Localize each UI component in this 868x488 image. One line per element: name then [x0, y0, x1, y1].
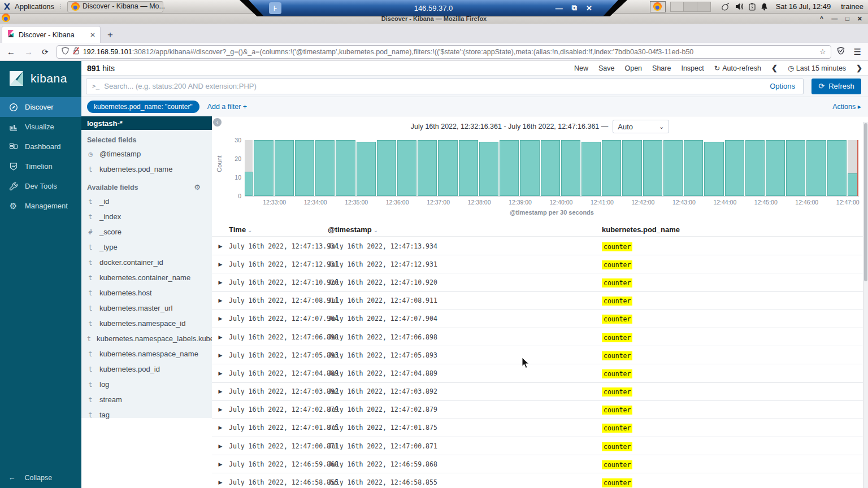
battery-icon[interactable]: [749, 3, 756, 11]
expand-row-icon[interactable]: ▶: [212, 425, 229, 430]
notification-bell-icon[interactable]: [761, 3, 768, 11]
field-item-kubernetes.host[interactable]: tkubernetes.host: [81, 285, 212, 300]
expand-row-icon[interactable]: ▶: [212, 334, 229, 340]
filter-pill[interactable]: kubernetes.pod_name: "counter": [87, 101, 199, 113]
field-item-stream[interactable]: tstream: [81, 392, 212, 407]
histogram-bar[interactable]: [684, 140, 704, 196]
histogram-bar[interactable]: [275, 140, 295, 196]
filter-actions-link[interactable]: Actions ▸: [832, 102, 861, 111]
time-range-picker[interactable]: ◷Last 15 minutes: [788, 64, 846, 72]
menu-inspect-button[interactable]: Inspect: [681, 64, 704, 72]
field-item-kubernetes.namespace_labels.kuber...[interactable]: tkubernetes.namespace_labels.kuber...: [81, 331, 212, 346]
sidebar-item-dev-tools[interactable]: Dev Tools: [0, 176, 81, 196]
insecure-lock-icon[interactable]: [72, 47, 80, 57]
workspace-switcher[interactable]: [670, 2, 711, 12]
expand-row-icon[interactable]: ▶: [212, 352, 229, 358]
kibana-logo[interactable]: kibana: [0, 61, 81, 97]
field-item-_id[interactable]: t_id: [81, 194, 212, 209]
field-item-_index[interactable]: t_index: [81, 209, 212, 224]
histogram-bar[interactable]: [725, 140, 745, 196]
applications-menu[interactable]: Applications: [15, 2, 54, 11]
histogram-bar[interactable]: [643, 140, 663, 196]
time-back-chevron[interactable]: ❮: [771, 64, 778, 72]
browser-tab[interactable]: Discover - Kibana ✕: [2, 26, 101, 43]
histogram-bar[interactable]: [479, 140, 500, 196]
volume-icon[interactable]: [735, 3, 744, 10]
histogram-bar[interactable]: [315, 140, 336, 196]
interval-select[interactable]: Auto ⌄: [613, 120, 669, 133]
window-close-button[interactable]: ✕: [857, 15, 862, 23]
forward-button[interactable]: →: [24, 47, 33, 56]
field-item-_type[interactable]: t_type: [81, 239, 212, 255]
histogram-bar[interactable]: [848, 140, 859, 196]
histogram-bar[interactable]: [295, 140, 315, 196]
vnc-close-button[interactable]: ✕: [586, 4, 592, 12]
shield-icon[interactable]: [62, 47, 69, 57]
histogram-bar[interactable]: [520, 140, 540, 196]
histogram-bar[interactable]: [827, 140, 848, 196]
expand-row-icon[interactable]: ▶: [212, 443, 229, 449]
histogram-bar[interactable]: [704, 140, 724, 196]
field-item-kubernetes.master_url[interactable]: tkubernetes.master_url: [81, 300, 212, 316]
taskbar-window-button[interactable]: Discover - Kibana — Mo...: [67, 1, 163, 12]
expand-row-icon[interactable]: ▶: [212, 389, 229, 394]
histogram-bar[interactable]: [438, 140, 458, 196]
menu-save-button[interactable]: Save: [598, 64, 615, 72]
histogram-bar[interactable]: [561, 140, 581, 196]
fields-collapse-button[interactable]: ‹: [213, 118, 222, 127]
histogram-bar[interactable]: [500, 140, 520, 196]
url-bar[interactable]: 192.168.59.101:30812/app/kibana#/discove…: [57, 45, 831, 59]
expand-row-icon[interactable]: ▶: [212, 371, 229, 376]
back-button[interactable]: ←: [7, 47, 15, 56]
histogram-bar[interactable]: [357, 140, 377, 196]
search-options-link[interactable]: Options: [770, 82, 797, 90]
field-item-@timestamp[interactable]: ◷@timestamp: [81, 146, 212, 162]
histogram-bar[interactable]: [745, 140, 766, 196]
fields-settings-gear-icon[interactable]: ⚙: [194, 183, 206, 191]
histogram-bar[interactable]: [663, 140, 684, 196]
account-shield-icon[interactable]: [837, 47, 845, 57]
expand-row-icon[interactable]: ▶: [212, 243, 229, 249]
firefox-launcher-button[interactable]: [650, 1, 666, 12]
mouse-tray-icon[interactable]: [721, 3, 730, 11]
expand-row-icon[interactable]: ▶: [212, 280, 229, 285]
histogram-bar[interactable]: [581, 140, 602, 196]
url-text[interactable]: 192.168.59.101:30812/app/kibana#/discove…: [83, 48, 816, 56]
scrollbar-thumb[interactable]: [864, 123, 867, 281]
histogram-bar[interactable]: [541, 140, 561, 196]
menu-hamburger-icon[interactable]: ☰: [854, 47, 861, 57]
sidebar-item-management[interactable]: ⚙Management: [0, 196, 81, 216]
histogram-bar[interactable]: [418, 140, 438, 196]
field-item-_score[interactable]: #_score: [81, 224, 212, 239]
field-item-kubernetes.namespace_name[interactable]: tkubernetes.namespace_name: [81, 346, 212, 361]
window-shade-button[interactable]: ^: [820, 15, 823, 23]
tab-close-icon[interactable]: ✕: [90, 31, 96, 39]
histogram-bar[interactable]: [377, 140, 397, 196]
histogram-bar[interactable]: [786, 140, 806, 196]
add-filter-link[interactable]: Add a filter +: [207, 103, 248, 111]
reload-button[interactable]: ⟳: [42, 47, 49, 56]
histogram-bar[interactable]: [766, 140, 786, 196]
histogram-bar[interactable]: [806, 140, 827, 196]
expand-row-icon[interactable]: ▶: [212, 298, 229, 303]
vnc-minimize-button[interactable]: —: [555, 4, 563, 12]
histogram-bar[interactable]: [336, 140, 356, 196]
menu-share-button[interactable]: Share: [652, 64, 671, 72]
bookmark-star-icon[interactable]: ☆: [819, 47, 826, 56]
field-item-kubernetes.namespace_id[interactable]: tkubernetes.namespace_id: [81, 316, 212, 331]
histogram-bar[interactable]: [622, 140, 643, 196]
field-item-tag[interactable]: ttag: [81, 407, 212, 422]
column-header-pod-name[interactable]: kubernetes.pod_name: [602, 225, 868, 234]
window-maximize-button[interactable]: □: [845, 15, 849, 23]
time-forward-chevron[interactable]: ❯: [856, 64, 862, 72]
column-header-timestamp[interactable]: @timestamp⌄: [328, 225, 602, 234]
new-tab-button[interactable]: +: [101, 29, 120, 43]
window-minimize-button[interactable]: —: [831, 15, 837, 23]
field-item-kubernetes.container_name[interactable]: tkubernetes.container_name: [81, 270, 212, 285]
clock[interactable]: Sat 16 Jul, 12:49: [776, 2, 831, 11]
menu-open-button[interactable]: Open: [624, 64, 642, 72]
expand-row-icon[interactable]: ▶: [212, 461, 229, 467]
histogram-bar[interactable]: [459, 140, 479, 196]
search-input[interactable]: >_ Search... (e.g. status:200 AND extens…: [86, 79, 804, 94]
sidebar-item-timelion[interactable]: Timelion: [0, 156, 81, 176]
